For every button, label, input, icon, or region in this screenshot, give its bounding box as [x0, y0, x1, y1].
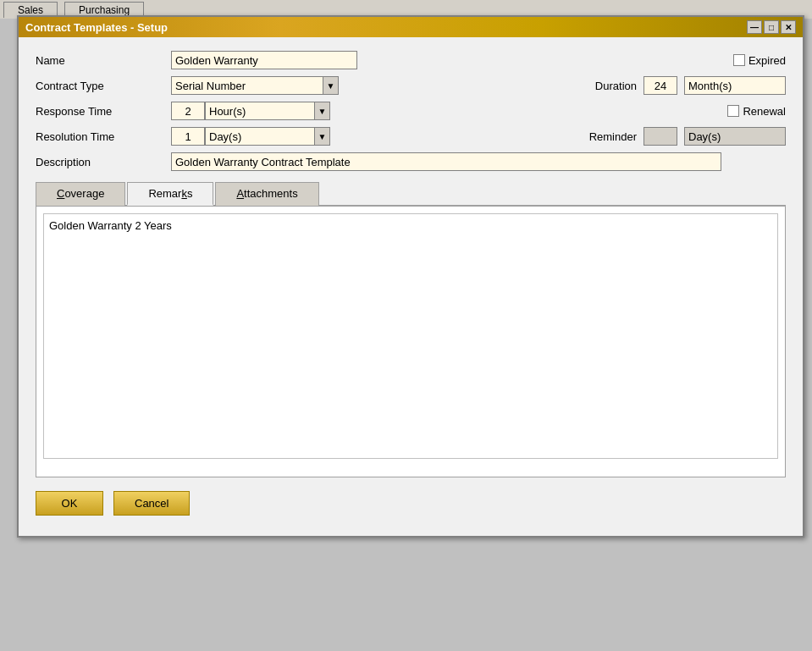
contract-type-select-container: ▼: [171, 76, 339, 95]
close-button[interactable]: ✕: [781, 20, 796, 34]
description-input[interactable]: [171, 152, 721, 171]
description-label: Description: [36, 156, 171, 168]
minimize-button[interactable]: —: [747, 20, 762, 34]
duration-unit-input[interactable]: [684, 76, 786, 95]
window-content: Name Expired Contract Type ▼ Durat: [19, 37, 803, 536]
title-bar-buttons: — □ ✕: [747, 20, 796, 34]
renewal-section: Renewal: [727, 105, 786, 118]
tab-coverage[interactable]: Coverage: [36, 182, 125, 206]
description-row: Description: [36, 152, 786, 171]
reminder-label: Reminder: [589, 130, 637, 143]
duration-input[interactable]: [644, 76, 677, 95]
expired-label: Expired: [748, 54, 786, 67]
expired-checkbox[interactable]: [733, 54, 745, 66]
resolution-time-label: Resolution Time: [36, 130, 171, 143]
resolution-time-unit-input[interactable]: [205, 127, 315, 146]
reminder-unit-input[interactable]: [684, 127, 786, 146]
dialog-title: Contract Templates - Setup: [25, 21, 168, 34]
name-label: Name: [36, 54, 171, 67]
response-time-row: Response Time ▼ Renewal: [36, 102, 786, 120]
resolution-time-num-input[interactable]: [171, 127, 205, 146]
cancel-button[interactable]: Cancel: [113, 491, 190, 516]
contract-templates-setup-dialog: Contract Templates - Setup — □ ✕ Name Ex…: [17, 15, 804, 538]
resolution-time-field: ▼: [171, 127, 572, 146]
response-time-unit-container: ▼: [205, 102, 330, 120]
resolution-time-unit-arrow[interactable]: ▼: [315, 127, 330, 146]
contract-type-input[interactable]: [171, 76, 323, 95]
name-input[interactable]: [171, 51, 357, 69]
tab-content-remarks: Golden Warranty 2 Years: [36, 207, 786, 477]
renewal-checkbox[interactable]: [727, 105, 739, 117]
contract-type-label: Contract Type: [36, 80, 171, 92]
tab-row: Coverage Remarks Attachments: [36, 181, 786, 207]
renewal-label: Renewal: [743, 105, 786, 118]
maximize-button[interactable]: □: [764, 20, 779, 34]
tab-attachments[interactable]: Attachments: [215, 182, 318, 206]
expired-section: Expired: [733, 54, 786, 67]
remarks-textarea[interactable]: Golden Warranty 2 Years: [43, 213, 778, 459]
contract-type-row: Contract Type ▼ Duration: [36, 76, 786, 95]
contract-type-dropdown-arrow[interactable]: ▼: [323, 76, 339, 95]
title-bar: Contract Templates - Setup — □ ✕: [19, 17, 803, 37]
description-field: [171, 152, 786, 171]
tab-attachments-label: Attachments: [236, 187, 297, 200]
contract-type-field: ▼: [171, 76, 578, 95]
reminder-section: Reminder: [589, 127, 786, 146]
tab-remarks-label: Remarks: [148, 187, 192, 200]
expired-checkbox-container: Expired: [733, 54, 786, 67]
name-row: Name Expired: [36, 51, 786, 69]
response-time-unit-arrow[interactable]: ▼: [315, 102, 330, 120]
reminder-input[interactable]: [644, 127, 677, 146]
duration-label: Duration: [595, 80, 637, 92]
renewal-checkbox-container: Renewal: [727, 105, 786, 118]
response-time-field: ▼: [171, 102, 710, 120]
resolution-time-row: Resolution Time ▼ Reminder: [36, 127, 786, 146]
tab-container: Coverage Remarks Attachments Golden Warr…: [36, 181, 786, 477]
duration-section: Duration: [595, 76, 786, 95]
response-time-label: Response Time: [36, 105, 171, 118]
response-time-num-input[interactable]: [171, 102, 205, 120]
response-time-unit-input[interactable]: [205, 102, 315, 120]
button-row: OK Cancel: [36, 491, 786, 522]
tab-coverage-label: Coverage: [57, 187, 104, 200]
resolution-time-unit-container: ▼: [205, 127, 330, 146]
ok-button[interactable]: OK: [36, 491, 103, 516]
tab-remarks[interactable]: Remarks: [127, 182, 213, 206]
name-field-container: [171, 51, 716, 69]
